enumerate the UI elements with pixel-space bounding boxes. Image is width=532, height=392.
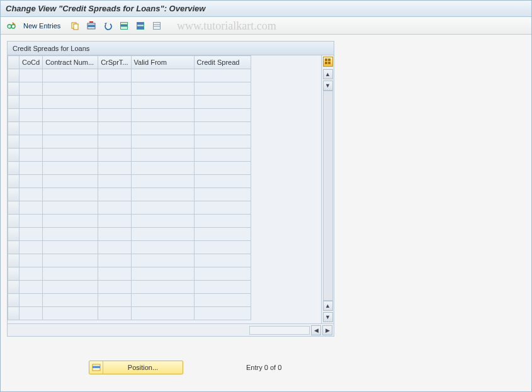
cell[interactable]: [131, 162, 194, 175]
cell[interactable]: [43, 201, 98, 215]
cell[interactable]: [194, 307, 251, 320]
cell[interactable]: [194, 82, 251, 96]
cell[interactable]: [98, 228, 131, 241]
cell[interactable]: [98, 162, 131, 175]
row-selector[interactable]: [8, 281, 20, 294]
row-selector[interactable]: [8, 148, 20, 162]
select-all-button[interactable]: [117, 19, 131, 33]
row-selector[interactable]: [8, 122, 20, 135]
cell[interactable]: [20, 69, 43, 82]
cell[interactable]: [131, 254, 194, 267]
table-row[interactable]: [8, 69, 251, 82]
row-selector[interactable]: [8, 109, 20, 122]
cell[interactable]: [194, 201, 251, 215]
cell[interactable]: [20, 281, 43, 294]
cell[interactable]: [20, 82, 43, 96]
table-row[interactable]: [8, 228, 251, 241]
cell[interactable]: [98, 175, 131, 188]
cell[interactable]: [131, 188, 194, 201]
cell[interactable]: [43, 241, 98, 254]
row-selector[interactable]: [8, 294, 20, 307]
col-cocd[interactable]: CoCd: [20, 56, 43, 69]
cell[interactable]: [131, 135, 194, 148]
row-selector[interactable]: [8, 267, 20, 281]
cell[interactable]: [43, 122, 98, 135]
cell[interactable]: [43, 188, 98, 201]
cell[interactable]: [98, 122, 131, 135]
toggle-display-change-button[interactable]: [4, 19, 18, 33]
table-row[interactable]: [8, 307, 251, 320]
cell[interactable]: [194, 109, 251, 122]
row-selector[interactable]: [8, 82, 20, 96]
cell[interactable]: [131, 241, 194, 254]
cell[interactable]: [194, 228, 251, 241]
cell[interactable]: [98, 148, 131, 162]
cell[interactable]: [20, 122, 43, 135]
cell[interactable]: [20, 162, 43, 175]
table-row[interactable]: [8, 254, 251, 267]
table-row[interactable]: [8, 267, 251, 281]
cell[interactable]: [194, 188, 251, 201]
cell[interactable]: [131, 307, 194, 320]
table-row[interactable]: [8, 148, 251, 162]
cell[interactable]: [20, 254, 43, 267]
cell[interactable]: [131, 281, 194, 294]
cell[interactable]: [194, 294, 251, 307]
new-entries-button[interactable]: New Entries: [21, 19, 65, 33]
cell[interactable]: [43, 307, 98, 320]
table-row[interactable]: [8, 201, 251, 215]
cell[interactable]: [43, 294, 98, 307]
table-row[interactable]: [8, 162, 251, 175]
cell[interactable]: [98, 241, 131, 254]
cell[interactable]: [43, 267, 98, 281]
row-selector[interactable]: [8, 201, 20, 215]
cell[interactable]: [43, 135, 98, 148]
table-settings-button[interactable]: [323, 57, 333, 67]
cell[interactable]: [43, 82, 98, 96]
row-selector[interactable]: [8, 135, 20, 148]
position-button[interactable]: Position...: [89, 361, 183, 374]
row-selector[interactable]: [8, 307, 20, 320]
cell[interactable]: [194, 69, 251, 82]
cell[interactable]: [20, 148, 43, 162]
cell[interactable]: [20, 188, 43, 201]
row-selector[interactable]: [8, 175, 20, 188]
cell[interactable]: [131, 215, 194, 228]
scroll-up-button[interactable]: ▲: [323, 69, 333, 79]
cell[interactable]: [43, 96, 98, 109]
cell[interactable]: [20, 228, 43, 241]
cell[interactable]: [98, 69, 131, 82]
vscroll-track[interactable]: [323, 91, 333, 301]
row-selector[interactable]: [8, 228, 20, 241]
table-row[interactable]: [8, 294, 251, 307]
cell[interactable]: [20, 135, 43, 148]
cell[interactable]: [131, 267, 194, 281]
table-row[interactable]: [8, 215, 251, 228]
cell[interactable]: [194, 254, 251, 267]
cell[interactable]: [98, 215, 131, 228]
scroll-down-button[interactable]: ▼: [323, 312, 333, 322]
cell[interactable]: [20, 241, 43, 254]
hscroll-track[interactable]: [249, 326, 310, 335]
table-row[interactable]: [8, 281, 251, 294]
row-selector[interactable]: [8, 162, 20, 175]
table-row[interactable]: [8, 135, 251, 148]
cell[interactable]: [131, 96, 194, 109]
cell[interactable]: [194, 281, 251, 294]
cell[interactable]: [20, 175, 43, 188]
cell[interactable]: [131, 69, 194, 82]
cell[interactable]: [98, 188, 131, 201]
cell[interactable]: [194, 162, 251, 175]
scroll-left-button[interactable]: ◀: [311, 325, 321, 335]
cell[interactable]: [43, 254, 98, 267]
cell[interactable]: [131, 201, 194, 215]
cell[interactable]: [43, 148, 98, 162]
cell[interactable]: [98, 135, 131, 148]
cell[interactable]: [20, 96, 43, 109]
cell[interactable]: [194, 267, 251, 281]
cell[interactable]: [131, 82, 194, 96]
cell[interactable]: [98, 201, 131, 215]
cell[interactable]: [98, 109, 131, 122]
cell[interactable]: [43, 69, 98, 82]
cell[interactable]: [131, 228, 194, 241]
